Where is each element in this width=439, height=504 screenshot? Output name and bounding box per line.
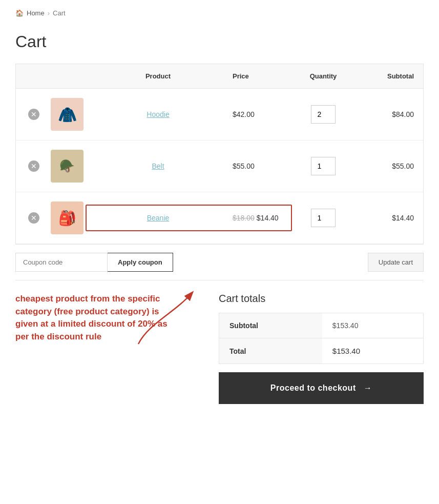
subtotal-row: Subtotal $153.40 <box>219 313 424 338</box>
beanie-name-price-cell: Beanie <box>88 207 228 229</box>
coupon-row: Apply coupon Update cart <box>15 245 424 280</box>
total-value: $153.40 <box>322 338 424 364</box>
subtotal-cell: $84.00 <box>357 101 418 128</box>
cart-totals-panel: Cart totals Subtotal $153.40 Total $153.… <box>219 293 424 404</box>
cart-totals-title: Cart totals <box>219 293 424 305</box>
annotation-label: cheapest product from the specific categ… <box>15 293 179 344</box>
beanie-discounted-price: $14.40 <box>257 214 279 222</box>
belt-qty-input[interactable] <box>311 157 336 175</box>
col-header-image <box>47 64 88 88</box>
page-title: Cart <box>15 32 424 51</box>
price-cell: $55.00 <box>228 153 290 179</box>
col-header-subtotal: Subtotal <box>357 64 418 88</box>
table-header-row: Product Price Quantity Subtotal <box>16 64 423 89</box>
belt-link[interactable]: Belt <box>152 162 164 170</box>
quantity-cell <box>290 199 357 236</box>
image-cell: 🪖 <box>47 140 88 192</box>
coupon-area: Apply coupon <box>15 253 173 272</box>
subtotal-cell: $14.40 <box>357 205 418 231</box>
bottom-section: cheapest product from the specific categ… <box>15 293 424 404</box>
totals-table: Subtotal $153.40 Total $153.40 <box>219 313 424 364</box>
hoodie-image: 🧥 <box>51 98 83 131</box>
total-label: Total <box>219 338 322 364</box>
beanie-image: 🎒 <box>51 201 83 234</box>
update-cart-button[interactable]: Update cart <box>368 253 424 272</box>
home-icon: 🏠 <box>15 9 24 17</box>
subtotal-cell: $55.00 <box>357 153 418 179</box>
remove-cell: ✕ <box>21 203 47 233</box>
product-name-cell: Belt <box>88 153 228 179</box>
col-header-price: Price <box>228 64 290 88</box>
remove-belt-button[interactable]: ✕ <box>28 160 39 172</box>
hoodie-link[interactable]: Hoodie <box>147 110 169 118</box>
price-cell: $42.00 <box>228 101 290 128</box>
remove-hoodie-button[interactable]: ✕ <box>28 109 39 120</box>
coupon-input[interactable] <box>15 253 108 272</box>
table-row: ✕ 🧥 Hoodie $42.00 $84.00 <box>16 89 423 140</box>
beanie-original-price: $18.00 <box>233 214 255 222</box>
col-header-remove <box>21 64 47 88</box>
quantity-cell <box>290 96 357 133</box>
product-name-cell: Hoodie <box>88 101 228 128</box>
beanie-price-cell: $18.00$14.40 <box>228 205 290 231</box>
total-row: Total $153.40 <box>219 338 424 364</box>
table-row: ✕ 🪖 Belt $55.00 $55.00 <box>16 140 423 192</box>
image-cell: 🧥 <box>47 89 88 140</box>
checkout-arrow: → <box>364 384 372 392</box>
col-header-product: Product <box>88 64 228 88</box>
col-header-quantity: Quantity <box>290 64 357 88</box>
beanie-link[interactable]: Beanie <box>147 214 170 222</box>
breadcrumb-home-link[interactable]: Home <box>27 9 45 17</box>
annotation-text: cheapest product from the specific categ… <box>15 293 179 344</box>
breadcrumb-separator: › <box>48 9 50 17</box>
breadcrumb-current: Cart <box>53 9 66 17</box>
belt-image: 🪖 <box>51 150 83 183</box>
remove-cell: ✕ <box>21 99 47 129</box>
image-cell: 🎒 <box>47 192 88 244</box>
cart-table: Product Price Quantity Subtotal ✕ 🧥 Hood… <box>15 64 424 245</box>
quantity-cell <box>290 148 357 185</box>
remove-cell: ✕ <box>21 151 47 181</box>
table-row: ✕ 🎒 Beanie $18.00$14.40 $14.40 <box>16 192 423 244</box>
beanie-qty-input[interactable] <box>311 209 336 227</box>
remove-beanie-button[interactable]: ✕ <box>28 212 39 224</box>
proceed-to-checkout-button[interactable]: Proceed to checkout → <box>219 372 424 404</box>
subtotal-value: $153.40 <box>322 313 424 338</box>
subtotal-label: Subtotal <box>219 313 322 338</box>
checkout-label: Proceed to checkout <box>270 384 356 392</box>
breadcrumb: 🏠 Home › Cart <box>15 9 424 17</box>
apply-coupon-button[interactable]: Apply coupon <box>108 253 173 272</box>
hoodie-qty-input[interactable] <box>311 105 336 124</box>
